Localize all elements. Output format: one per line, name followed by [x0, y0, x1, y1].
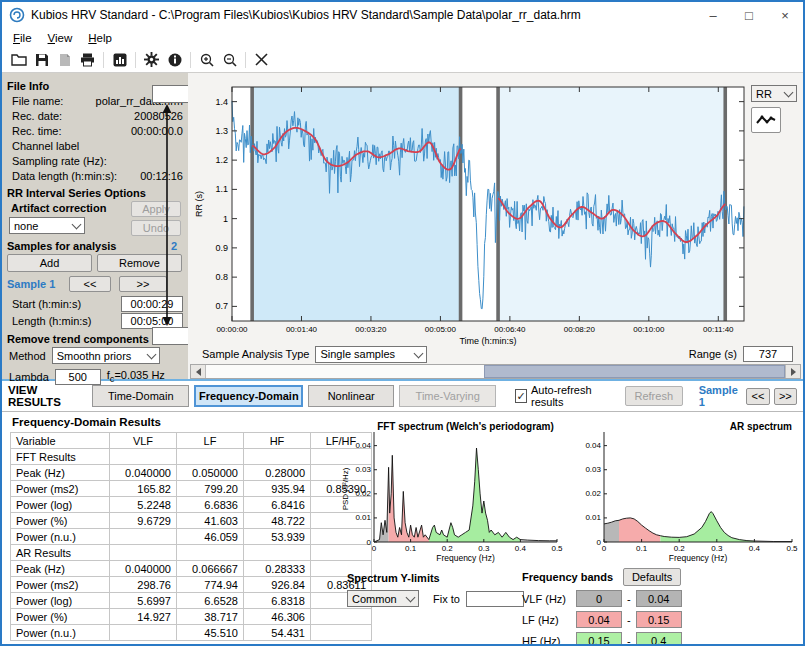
- table-cell: 0.040000: [110, 465, 177, 481]
- sample-analysis-type-value: Single samples: [320, 348, 395, 360]
- results-prev-sample-button[interactable]: <<: [746, 388, 769, 405]
- tab-nonlinear[interactable]: Nonlinear: [308, 385, 394, 407]
- svg-text:0.1: 0.1: [636, 544, 648, 553]
- toolbar: [2, 47, 803, 73]
- signal-view-button[interactable]: [751, 107, 781, 133]
- fix-to-input[interactable]: [466, 591, 524, 607]
- file-info-row: Rec. date:20080526: [7, 109, 183, 123]
- scrollbar-thumb[interactable]: [484, 365, 785, 378]
- remove-x-icon[interactable]: [250, 50, 273, 70]
- report-document-icon[interactable]: [53, 50, 76, 70]
- save-icon[interactable]: [30, 50, 53, 70]
- yaxis-max-input[interactable]: [152, 85, 190, 103]
- results-next-sample-button[interactable]: >>: [774, 388, 797, 405]
- menu-view[interactable]: View: [40, 31, 81, 45]
- method-select[interactable]: Smoothn priors: [52, 347, 160, 364]
- menu-help[interactable]: Help: [80, 31, 120, 45]
- table-cell: AR Results: [11, 545, 110, 561]
- table-row: FFT Results: [11, 449, 372, 465]
- svg-text:00:03:20: 00:03:20: [355, 325, 387, 334]
- tab-time-domain[interactable]: Time-Domain: [92, 385, 189, 407]
- zoom-out-icon[interactable]: [218, 50, 241, 70]
- auto-refresh-checkbox[interactable]: ✓: [515, 389, 527, 403]
- defaults-button[interactable]: Defaults: [623, 568, 681, 586]
- open-folder-icon[interactable]: [7, 50, 30, 70]
- hf-band-label: HF (Hz): [522, 635, 576, 646]
- range-input[interactable]: 737: [743, 346, 793, 362]
- table-row: Power (log)5.69976.65286.8318: [11, 593, 372, 609]
- time-scrollbar[interactable]: [190, 364, 801, 379]
- prev-sample-button[interactable]: <<: [69, 276, 111, 292]
- info-icon[interactable]: [163, 50, 186, 70]
- samples-header: Samples for analysis: [7, 240, 116, 252]
- window-title: Kubios HRV Standard - C:\Program Files\K…: [31, 8, 581, 22]
- vlf-from-input[interactable]: 0: [576, 590, 622, 607]
- table-cell: 0.050000: [177, 465, 244, 481]
- table-cell: 45.510: [177, 625, 244, 641]
- table-cell: [177, 545, 244, 561]
- table-cell: FFT Results: [11, 449, 110, 465]
- report-chart-icon[interactable]: [108, 50, 131, 70]
- spectrum-ylimits-header: Spectrum Y-limits: [347, 572, 524, 584]
- band-dash: -: [627, 614, 631, 626]
- file-info-rows: File name:polar_rr_data.hrmRec. date:200…: [7, 94, 183, 183]
- frequency-bands-header: Frequency bands: [522, 571, 613, 583]
- tab-time-varying[interactable]: Time-Varying: [399, 385, 496, 407]
- hf-from-input[interactable]: 0.15: [576, 632, 622, 646]
- lambda-label: Lambda: [9, 371, 49, 383]
- table-cell: 9.6729: [110, 513, 177, 529]
- lf-from-input[interactable]: 0.04: [576, 611, 622, 628]
- channel-select[interactable]: RR: [751, 85, 797, 102]
- svg-text:0.02: 0.02: [355, 489, 371, 498]
- vlf-band-label: VLF (Hz): [522, 593, 576, 605]
- results-col-header: VLF: [110, 433, 177, 449]
- table-cell: 6.8318: [244, 593, 311, 609]
- tab-frequency-domain[interactable]: Frequency-Domain: [194, 385, 303, 407]
- scroll-right-arrow[interactable]: [785, 365, 800, 378]
- lf-to-input[interactable]: 0.15: [636, 611, 682, 628]
- table-row: Power (%)14.92738.71746.306: [11, 609, 372, 625]
- lambda-input[interactable]: 500: [55, 369, 101, 385]
- file-info-row: Rec. time:00:00:00.0: [7, 124, 183, 138]
- file-info-row: Channel label: [7, 139, 183, 153]
- artifact-correction-label: Artifact correction: [11, 202, 106, 214]
- freq-results-title: Frequency-Domain Results: [12, 416, 161, 428]
- artifact-correction-select[interactable]: none: [9, 217, 85, 234]
- rr-tachogram-plot[interactable]: 0.70.80.911.11.21.31.400:00:0000:01:4000…: [188, 75, 805, 347]
- scroll-left-arrow[interactable]: [191, 365, 206, 378]
- print-icon[interactable]: [76, 50, 99, 70]
- sample-analysis-type-select[interactable]: Single samples: [315, 346, 427, 363]
- svg-text:0.2: 0.2: [442, 544, 454, 553]
- results-panel: Frequency-Domain Results VariableVLFLFHF…: [2, 412, 803, 646]
- chevron-down-icon: [72, 220, 82, 230]
- channel-value: RR: [756, 88, 772, 100]
- sample-analysis-type-label: Sample Analysis Type: [202, 348, 309, 360]
- yaxis-range-arrow[interactable]: [160, 103, 174, 327]
- scrollbar-track[interactable]: [206, 365, 785, 378]
- refresh-button[interactable]: Refresh: [625, 386, 683, 406]
- ylimits-mode-select[interactable]: Common: [347, 590, 419, 607]
- maximize-button[interactable]: □: [731, 2, 767, 28]
- ar-spectrum-chart: 00.010.020.030.0400.10.20.30.40.5Frequen…: [570, 420, 800, 568]
- settings-gear-icon[interactable]: [140, 50, 163, 70]
- band-dash: -: [627, 593, 631, 605]
- svg-text:0.8: 0.8: [215, 272, 228, 282]
- minimize-button[interactable]: –: [695, 2, 731, 28]
- menu-file[interactable]: File: [5, 31, 40, 45]
- svg-text:0.7: 0.7: [215, 301, 228, 311]
- svg-text:0.2: 0.2: [674, 544, 686, 553]
- sample-analysis-row: Sample Analysis Type Single samples Rang…: [194, 345, 797, 363]
- svg-text:0.04: 0.04: [355, 441, 371, 450]
- svg-text:Frequency (Hz): Frequency (Hz): [669, 553, 728, 563]
- add-sample-button[interactable]: Add: [7, 254, 92, 272]
- results-sample-label: Sample 1: [699, 384, 739, 408]
- table-cell: [244, 545, 311, 561]
- yaxis-min-input[interactable]: [152, 327, 190, 345]
- svg-text:0.03: 0.03: [355, 465, 371, 474]
- zoom-in-icon[interactable]: [195, 50, 218, 70]
- close-button[interactable]: ×: [767, 2, 803, 28]
- vlf-to-input[interactable]: 0.04: [636, 590, 682, 607]
- hf-to-input[interactable]: 0.4: [636, 632, 682, 646]
- toolbar-separator: [103, 52, 104, 68]
- table-cell: [110, 529, 177, 545]
